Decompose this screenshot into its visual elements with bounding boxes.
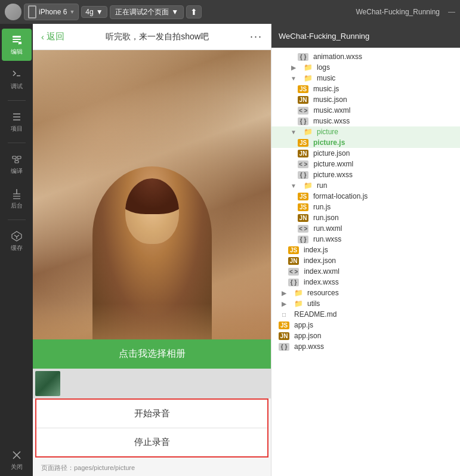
sidebar-item-project[interactable]: 项目 <box>2 106 32 138</box>
tree-item[interactable]: { }animation.wxss <box>271 51 460 62</box>
file-label: app.json <box>294 332 321 340</box>
sidebar-item-compile[interactable]: 编译 <box>2 148 32 180</box>
file-icon: JN <box>298 96 308 104</box>
sidebar-divider2 <box>8 143 26 143</box>
more-button[interactable]: ··· <box>250 30 263 43</box>
tree-item[interactable]: JNpicture.json <box>271 148 460 159</box>
file-label: music <box>317 74 335 82</box>
file-label: index.js <box>304 246 328 254</box>
tree-item[interactable]: ▼📁music <box>271 73 460 84</box>
file-icon: < > <box>298 107 308 115</box>
page-path: 页面路径：pages/picture/picture <box>33 460 271 476</box>
file-tree: { }animation.wxss▶📁logs▼📁musicJSmusic.js… <box>271 48 460 356</box>
file-label: index.wxml <box>304 267 339 276</box>
file-label: run.json <box>313 214 339 222</box>
tree-item[interactable]: ▼📁run <box>271 180 460 191</box>
folder-icon: 📁 <box>304 74 313 82</box>
file-label: run.js <box>313 203 331 211</box>
tree-item[interactable]: JSrun.js <box>271 202 460 212</box>
file-icon: ▼ <box>288 128 299 136</box>
file-icon: JS <box>298 139 308 147</box>
file-label: utils <box>307 299 320 308</box>
tree-item[interactable]: JNapp.json <box>271 330 460 341</box>
tree-item[interactable]: { }index.wxss <box>271 277 460 288</box>
file-label: index.wxss <box>304 278 339 286</box>
phone-simulator: ‹ 返回 听完歌，来一发自拍show吧 ··· 点击我选择相册 <box>33 24 271 476</box>
back-button[interactable]: ‹ 返回 <box>41 31 64 42</box>
backend-icon <box>11 188 23 200</box>
sidebar-label-close: 关闭 <box>11 463 23 471</box>
sidebar-item-close[interactable]: 关闭 <box>2 444 32 476</box>
file-icon: JN <box>279 332 289 340</box>
tree-item[interactable]: { }picture.wxss <box>271 169 460 180</box>
thumbnail-item[interactable] <box>35 371 60 396</box>
edit-icon <box>11 34 23 46</box>
tree-item[interactable]: { }music.wxss <box>271 116 460 126</box>
file-label: README.md <box>294 310 336 319</box>
project-title: WeChat-Fucking_Running <box>356 8 440 16</box>
tree-item[interactable]: ▶📁logs <box>271 62 460 73</box>
file-label: run.wxml <box>313 224 342 233</box>
tree-item[interactable]: { }run.wxss <box>271 234 460 245</box>
tree-item[interactable]: < >run.wxml <box>271 223 460 234</box>
tree-item[interactable]: JNrun.json <box>271 212 460 223</box>
svg-rect-0 <box>13 36 21 38</box>
tree-item[interactable]: ▶📁resources <box>271 288 460 298</box>
sidebar-divider1 <box>8 100 26 101</box>
tree-item[interactable]: JSapp.js <box>271 320 460 330</box>
tree-item[interactable]: JSmusic.js <box>271 84 460 94</box>
tree-item[interactable]: < >picture.wxml <box>271 159 460 169</box>
debug-button[interactable]: 正在调试2个页面 ▼ <box>110 5 184 19</box>
tree-item[interactable]: { }app.wxss <box>271 341 460 352</box>
tree-item[interactable]: < >music.wxml <box>271 105 460 116</box>
left-sidebar: 编辑 调试 项目 <box>0 24 33 476</box>
file-label: music.json <box>313 95 347 104</box>
phone-frame: ‹ 返回 听完歌，来一发自拍show吧 ··· 点击我选择相册 <box>33 24 271 476</box>
sidebar-label-backend: 后台 <box>11 202 23 210</box>
file-label: animation.wxss <box>313 52 362 61</box>
tree-item[interactable]: JNmusic.json <box>271 94 460 105</box>
device-name: iPhone 6 <box>39 8 67 16</box>
file-panel-header: WeChat-Fucking_Running <box>271 24 460 48</box>
tree-item[interactable]: < >index.wxml <box>271 266 460 277</box>
file-icon: JS <box>298 203 308 211</box>
svg-rect-1 <box>13 39 21 40</box>
project-icon <box>11 111 23 123</box>
tree-item[interactable]: JSindex.js <box>271 245 460 255</box>
select-album-button[interactable]: 点击我选择相册 <box>33 339 271 369</box>
svg-rect-2 <box>13 41 18 42</box>
tree-item[interactable]: JSformat-location.js <box>271 191 460 202</box>
tree-item[interactable]: ▼📁picture <box>271 126 460 137</box>
tree-item[interactable]: ▶📁utils <box>271 298 460 309</box>
network-selector[interactable]: 4g ▼ <box>81 6 107 18</box>
nav-bar: ‹ 返回 听完歌，来一发自拍show吧 ··· <box>33 24 271 50</box>
file-icon: { } <box>288 279 299 286</box>
folder-icon: 📁 <box>294 289 303 297</box>
stop-record-button[interactable]: 停止录音 <box>36 428 267 456</box>
file-icon: < > <box>298 160 308 168</box>
file-icon: JS <box>298 193 308 200</box>
folder-icon: 📁 <box>304 63 313 72</box>
file-label: format-location.js <box>313 192 368 200</box>
start-record-button[interactable]: 开始录音 <box>36 400 267 428</box>
person-hair <box>125 178 179 214</box>
debug-icon <box>11 69 23 81</box>
sidebar-divider3 <box>8 220 26 220</box>
sidebar-item-edit[interactable]: 编辑 <box>2 29 32 61</box>
file-icon: { } <box>279 343 289 351</box>
file-label: app.js <box>294 321 313 329</box>
file-icon: JN <box>288 257 299 265</box>
file-icon: JN <box>298 150 308 157</box>
sidebar-item-debug[interactable]: 调试 <box>2 63 32 95</box>
sidebar-item-backend[interactable]: 后台 <box>2 183 32 215</box>
file-icon: ▶ <box>279 289 289 297</box>
photo-area <box>33 50 271 339</box>
recording-area: 开始录音 停止录音 <box>35 398 268 458</box>
tree-item[interactable]: □README.md <box>271 309 460 320</box>
file-label: index.json <box>304 256 336 265</box>
device-selector[interactable]: iPhone 6 ▼ <box>24 4 79 20</box>
tree-item[interactable]: JNindex.json <box>271 255 460 266</box>
tree-item[interactable]: JSpicture.js <box>271 137 460 148</box>
sidebar-item-cache[interactable]: 缓存 <box>2 225 32 257</box>
remote-debug-button[interactable]: ⬆ <box>186 5 202 18</box>
